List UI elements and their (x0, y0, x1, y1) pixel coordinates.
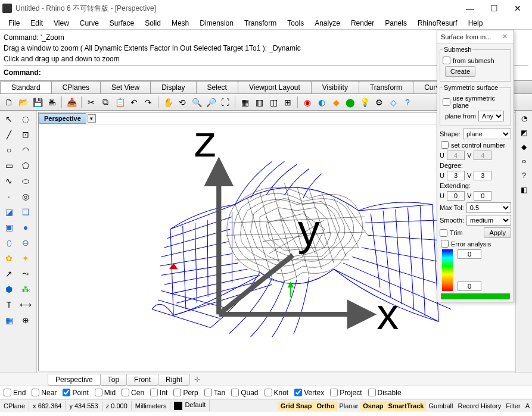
osnap-disable[interactable]: Disable (368, 389, 402, 397)
osnap-quad[interactable]: Quad (231, 389, 258, 397)
group-icon[interactable]: ⬢ (1, 282, 17, 296)
use-symmetric-checkbox[interactable] (443, 98, 450, 106)
polygon-icon[interactable]: ⬠ (18, 158, 33, 173)
zoom-extents-icon[interactable]: 🔎 (204, 96, 217, 109)
osnap-tan[interactable]: Tan (204, 389, 225, 397)
menu-tools[interactable]: Tools (282, 18, 309, 29)
panel-tab-icon[interactable]: ◔ (518, 112, 531, 125)
offset-icon[interactable]: ◎ (18, 189, 33, 204)
toolbar-tab[interactable]: Select (196, 81, 238, 93)
menu-help[interactable]: Help (463, 18, 488, 29)
viewport-4-icon[interactable]: ⊞ (281, 96, 294, 109)
viewport-1-icon[interactable]: ◫ (267, 96, 280, 109)
u-degree-input[interactable] (447, 171, 465, 180)
osnap-near[interactable]: Near (32, 389, 57, 397)
materials-icon[interactable]: ◇ (387, 96, 400, 109)
set-control-checkbox[interactable] (441, 141, 449, 149)
error-high-input[interactable] (458, 249, 481, 259)
curve-icon[interactable]: ∿ (1, 174, 17, 188)
status-toggle[interactable]: Record History (455, 401, 503, 411)
shape-select[interactable]: plane (463, 129, 511, 139)
status-toggle[interactable]: Filter (503, 401, 522, 411)
menu-view[interactable]: View (49, 18, 74, 29)
viewport-menu-button[interactable]: ▾ (88, 114, 96, 123)
status-toggle[interactable]: Osnap (360, 401, 385, 411)
control-point-icon[interactable]: ⊡ (18, 127, 33, 142)
v-control-input[interactable] (474, 151, 491, 160)
paste-icon[interactable]: 📋 (113, 96, 126, 109)
pipe-icon[interactable]: ⊖ (18, 236, 33, 250)
options-icon[interactable]: ⚙ (372, 96, 385, 109)
save-icon[interactable]: 💾 (31, 96, 44, 109)
menu-analyze[interactable]: Analyze (310, 18, 345, 29)
view-tab[interactable]: Top (100, 374, 127, 386)
error-low-input[interactable] (458, 281, 481, 291)
menu-rhinoresurf[interactable]: RhinoResurf (413, 18, 462, 29)
dimension-icon[interactable]: ⟷ (18, 298, 33, 312)
plane-from-select[interactable]: Any (478, 111, 504, 121)
add-view-tab[interactable]: ✛ (189, 374, 205, 385)
sphere-icon[interactable]: ● (18, 220, 33, 234)
menu-mesh[interactable]: Mesh (167, 18, 194, 29)
explode-icon[interactable]: ✦ (18, 251, 33, 265)
box-icon[interactable]: ▣ (1, 220, 17, 234)
menu-edit[interactable]: Edit (26, 18, 48, 29)
ellipse-icon[interactable]: ⬭ (18, 174, 33, 188)
status-toggle[interactable]: Planar (337, 401, 361, 411)
menu-curve[interactable]: Curve (75, 18, 104, 29)
view-tab[interactable]: Perspective (48, 374, 101, 386)
lasso-icon[interactable]: ◌ (18, 112, 33, 126)
cplane-icon[interactable]: ▦ (238, 96, 251, 109)
rectangle-icon[interactable]: ▭ (1, 158, 17, 173)
view-tab[interactable]: Front (126, 374, 158, 386)
osnap-cen[interactable]: Cen (122, 389, 144, 397)
arc-icon[interactable]: ◠ (18, 143, 33, 157)
v-extend-input[interactable] (474, 191, 491, 201)
circle-icon[interactable]: ○ (1, 143, 17, 157)
u-extend-input[interactable] (447, 191, 465, 201)
print-icon[interactable]: 🖶 (45, 96, 58, 109)
join-icon[interactable]: ⤳ (18, 267, 33, 281)
new-icon[interactable]: 🗋 (2, 96, 15, 109)
array-icon[interactable]: ⁂ (18, 282, 33, 296)
apply-button[interactable]: Apply (484, 227, 511, 238)
redo-icon[interactable]: ↷ (142, 96, 155, 109)
osnap-knot[interactable]: Knot (265, 389, 289, 397)
toolbar-tab[interactable]: Set View (100, 81, 151, 93)
viewport-label[interactable]: Perspective (39, 113, 86, 124)
panel-close-icon[interactable]: ✕ (500, 33, 510, 40)
create-button[interactable]: Create (445, 66, 475, 77)
toolbar-tab[interactable]: Standard (0, 81, 52, 93)
maxtol-select[interactable]: 0.5 (466, 202, 511, 213)
osnap-point[interactable]: Point (63, 389, 88, 397)
shade-icon[interactable]: ◐ (315, 96, 328, 109)
osnap-perp[interactable]: Perp (173, 389, 198, 397)
menu-render[interactable]: Render (346, 18, 379, 29)
rotate-icon[interactable]: ⟲ (176, 96, 189, 109)
import-icon[interactable]: 📥 (65, 96, 78, 109)
properties-icon[interactable]: ⬤ (344, 96, 357, 109)
view-tab[interactable]: Right (158, 374, 190, 386)
panel-tab-icon[interactable]: ◧ (518, 183, 531, 196)
status-units[interactable]: Millimeters (132, 401, 171, 411)
status-toggle[interactable]: Grid Snap (278, 401, 315, 411)
mesh-icon[interactable]: ▦ (1, 313, 17, 327)
status-toggle[interactable]: Ortho (315, 401, 337, 411)
menu-panels[interactable]: Panels (380, 18, 412, 29)
polyline-icon[interactable]: ╱ (1, 127, 17, 142)
panel-tab-icon[interactable]: ‹› (518, 155, 531, 168)
trim-checkbox[interactable] (440, 229, 447, 237)
menu-surface[interactable]: Surface (105, 18, 139, 29)
menu-transform[interactable]: Transform (239, 18, 281, 29)
minimize-button[interactable]: — (458, 0, 482, 17)
panel-tab-icon[interactable]: ◩ (518, 126, 531, 139)
panel-tab-icon[interactable]: ? (518, 169, 531, 182)
point-icon[interactable]: ∙ (1, 189, 17, 204)
status-toggle[interactable]: SmartTrack (386, 401, 427, 411)
toolbar-tab[interactable]: Display (150, 81, 196, 93)
open-icon[interactable]: 📂 (17, 96, 30, 109)
u-control-input[interactable] (447, 151, 465, 160)
pointer-icon[interactable]: ↖ (1, 112, 17, 126)
panel-tab-icon[interactable]: ◆ (518, 140, 531, 154)
osnap-int[interactable]: Int (150, 389, 167, 397)
